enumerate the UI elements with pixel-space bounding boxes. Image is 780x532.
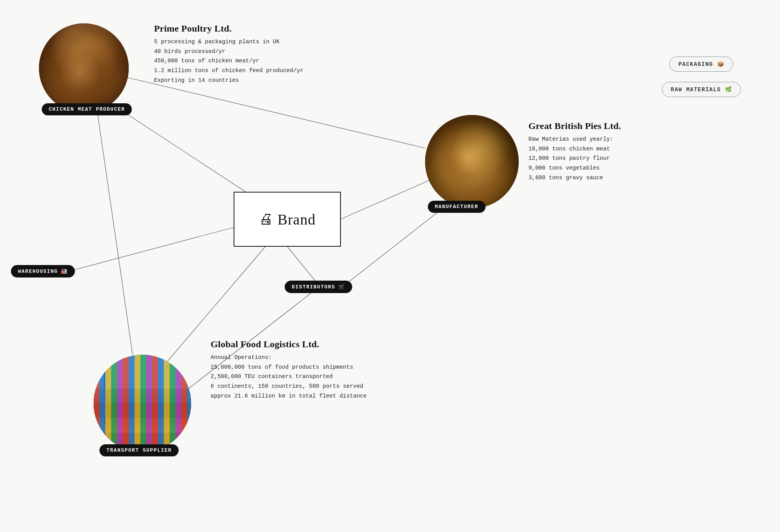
chicken-image [39,23,129,113]
transport-label: TRANSPORT SUPPLIER [99,444,179,456]
svg-line-5 [121,76,425,148]
prime-poultry-details: 5 processing & packaging plants in UK 40… [154,37,303,85]
prime-poultry-title: Prime Poultry Ltd. [154,23,303,34]
raw-materials-floating-label[interactable]: RAW MATERIALS 🌿 [662,82,741,97]
warehousing-label: WAREHOUSING 🏭 [11,265,75,277]
manufacturer-node-circle [425,115,519,209]
brand-label: Brand [278,211,316,228]
main-canvas: 🖨 Brand CHICKEN MEAT PRODUCER MANUFACTUR… [0,0,780,532]
global-food-info: Global Food Logistics Ltd. Annual Operat… [211,339,367,401]
packaging-floating-label[interactable]: PACKAGING 📦 [669,57,733,72]
brand-icon: 🖨 [259,211,273,228]
warehousing-icon: 🏭 [61,268,68,274]
distributors-label: DISTRIBUTORS 🛒 [285,281,352,293]
distributors-icon: 🛒 [339,284,346,290]
chicken-label: CHICKEN MEAT PRODUCER [42,103,132,115]
prime-poultry-info: Prime Poultry Ltd. 5 processing & packag… [154,23,303,85]
great-british-info: Great British Pies Ltd. Raw Materias use… [528,121,621,182]
pie-image [425,115,519,209]
brand-node: 🖨 Brand [234,192,341,247]
raw-materials-label-text: RAW MATERIALS [671,87,721,93]
global-food-details: Annual Operations: 25,000,000 tons of fo… [211,353,367,401]
packaging-icon: 📦 [717,61,725,67]
manufacturer-label: MANUFACTURER [428,201,486,213]
svg-line-7 [339,201,452,289]
packaging-label-text: PACKAGING [678,61,713,67]
raw-materials-icon: 🌿 [725,86,732,93]
transport-node-circle [94,355,191,452]
svg-line-6 [98,113,133,355]
chicken-node-circle [39,23,129,113]
transport-image [94,355,191,452]
global-food-title: Global Food Logistics Ltd. [211,339,367,350]
great-british-title: Great British Pies Ltd. [528,121,621,131]
great-british-details: Raw Materias used yearly: 18,000 tons ch… [528,134,621,182]
